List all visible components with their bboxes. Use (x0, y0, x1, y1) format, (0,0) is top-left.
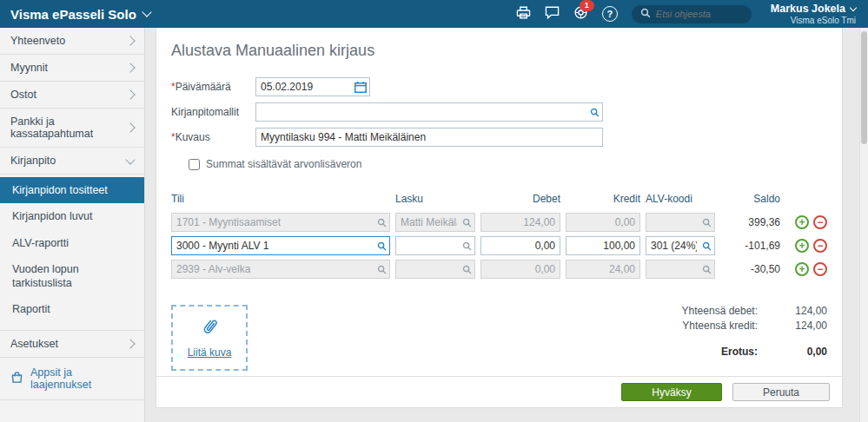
add-row-button[interactable]: + (795, 215, 809, 229)
lookup-icon (377, 218, 387, 227)
chevron-down-icon (850, 4, 857, 11)
sidebar-item-pankki[interactable]: Pankki ja kassatapahtumat (0, 109, 144, 148)
sidebar-item-label: Pankki ja kassatapahtumat (10, 115, 127, 140)
entry-lines-table: Tili Lasku Debet Kredit ALV-koodi Saldo (171, 193, 827, 279)
sidebar-item-ostot[interactable]: Ostot (0, 82, 144, 109)
attach-image-button[interactable]: Liitä kuva (171, 305, 248, 371)
remove-row-button[interactable]: − (813, 239, 827, 253)
sidebar-item-asetukset[interactable]: Asetukset (0, 331, 144, 358)
page-title: Alustava Manuaalinen kirjaus (156, 28, 842, 77)
header-lasku: Lasku (395, 193, 475, 205)
saldo-value: -101,69 (720, 240, 789, 252)
header-saldo: Saldo (720, 193, 789, 205)
scrollbar-thumb[interactable] (861, 31, 867, 144)
main-content: Alustava Manuaalinen kirjaus *Päivämäärä (145, 28, 868, 422)
add-row-button[interactable]: + (795, 239, 809, 253)
sidebar-item-label: Asetukset (10, 338, 58, 350)
table-row: -30,50 + − (171, 260, 827, 279)
sidebar-item-kirjanpidon-luvut[interactable]: Kirjanpidon luvut (0, 203, 144, 229)
header-debet: Debet (480, 193, 560, 205)
search-icon (640, 6, 651, 22)
help-search[interactable] (632, 5, 752, 23)
kredit-input[interactable] (566, 236, 640, 255)
sidebar-item-label: Kirjanpito (10, 155, 56, 167)
card-footer: Hyväksy Peruuta (156, 376, 842, 407)
description-input[interactable] (255, 128, 603, 147)
user-company: Visma eSolo Tmi (771, 16, 856, 26)
lookup-icon (462, 265, 472, 274)
lookup-icon (377, 265, 387, 274)
sidebar-item-label: Yhteenveto (10, 35, 65, 47)
user-menu[interactable]: Markus Jokela Visma eSolo Tmi (771, 3, 856, 26)
difference-value: 0,00 (758, 346, 827, 358)
saldo-value: -30,50 (720, 263, 789, 275)
add-row-button[interactable]: + (795, 262, 809, 276)
approve-button[interactable]: Hyväksy (621, 383, 722, 401)
chevron-right-icon (125, 36, 135, 45)
vertical-scrollbar[interactable] (859, 28, 868, 422)
top-bar: Visma ePasseli Solo 1 ? (0, 0, 868, 28)
app-title: Visma ePasseli Solo (10, 7, 136, 22)
debet-input[interactable] (480, 236, 560, 255)
bag-icon (10, 371, 23, 386)
kredit-input (566, 260, 640, 279)
header-tili: Tili (171, 193, 390, 205)
vat-included-label: Summat sisältävät arvonlisäveron (206, 158, 361, 170)
search-input[interactable] (656, 9, 743, 19)
lookup-icon[interactable] (590, 108, 600, 117)
calendar-icon[interactable] (354, 82, 367, 93)
cancel-button[interactable]: Peruuta (732, 383, 830, 401)
app-window: Visma ePasseli Solo 1 ? (0, 0, 868, 422)
remove-row-button[interactable]: − (813, 215, 827, 229)
account-input (171, 213, 390, 232)
templates-input[interactable] (255, 102, 603, 122)
total-debet-value: 124,00 (758, 305, 827, 317)
sidebar-item-label: Appsit ja laajennukset (30, 366, 134, 391)
print-button[interactable] (516, 6, 531, 23)
debet-input (480, 213, 560, 232)
chevron-right-icon (125, 122, 135, 132)
lookup-icon[interactable] (462, 241, 472, 251)
sidebar-item-yhteenveto[interactable]: Yhteenveto (0, 28, 144, 55)
table-row: -101,69 + − (171, 236, 827, 255)
sidebar-item-myynnit[interactable]: Myynnit (0, 55, 144, 82)
vat-included-checkbox[interactable] (189, 159, 200, 170)
table-header: Tili Lasku Debet Kredit ALV-koodi Saldo (171, 193, 827, 205)
chat-button[interactable] (545, 6, 560, 23)
totals-panel: Yhteensä debet: 124,00 Yhteensä kredit: … (601, 305, 827, 360)
entry-form: *Päivämäärä Kirjanpitomallit (171, 77, 842, 170)
help-button[interactable]: ? (602, 6, 618, 22)
header-alv-koodi: ALV-koodi (646, 193, 715, 205)
account-input (171, 260, 390, 279)
saldo-value: 399,36 (720, 216, 789, 228)
kirjanpito-submenu: Kirjanpidon tositteet Kirjanpidon luvut … (0, 175, 144, 331)
debet-input (480, 260, 560, 279)
sidebar-item-raportit[interactable]: Raportit (0, 296, 144, 322)
account-input[interactable] (171, 236, 390, 255)
support-button[interactable]: 1 (573, 5, 588, 23)
sidebar-item-alv-raportti[interactable]: ALV-raportti (0, 230, 144, 256)
lookup-icon (702, 265, 712, 274)
user-name: Markus Jokela (771, 3, 845, 16)
chat-icon (545, 6, 560, 23)
chevron-right-icon (125, 63, 135, 72)
sidebar-item-label: Ostot (10, 89, 36, 101)
description-label: *Kuvaus (171, 131, 255, 143)
sidebar-item-appsit[interactable]: Appsit ja laajennukset (0, 358, 144, 400)
journal-entry-card: Alustava Manuaalinen kirjaus *Päivämäärä (156, 28, 843, 408)
chevron-right-icon (125, 89, 135, 99)
sidebar-item-kirjanpito[interactable]: Kirjanpito (0, 148, 144, 175)
lookup-icon[interactable] (702, 241, 712, 251)
lookup-icon[interactable] (377, 241, 387, 251)
app-menu-button[interactable]: Visma ePasseli Solo (10, 7, 150, 22)
sidebar-item-kirjanpidon-tositteet[interactable]: Kirjanpidon tositteet (0, 177, 144, 203)
header-kredit: Kredit (566, 193, 640, 205)
sidebar: Yhteenveto Myynnit Ostot Pankki ja kassa… (0, 28, 145, 422)
date-input[interactable] (255, 77, 370, 96)
remove-row-button[interactable]: − (813, 262, 827, 276)
difference-label: Erotus: (601, 346, 758, 358)
printer-icon (516, 6, 531, 23)
lookup-icon (462, 218, 472, 227)
sidebar-item-label: Myynnit (10, 62, 48, 74)
sidebar-item-vuoden-lopun-tarkistuslista[interactable]: Vuoden lopun tarkistuslista (0, 256, 144, 297)
